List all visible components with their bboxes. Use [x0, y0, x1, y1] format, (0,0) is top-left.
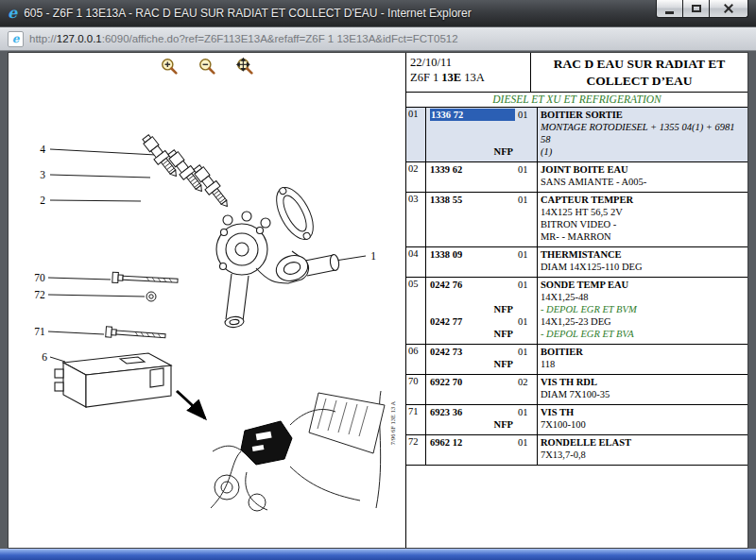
part-row[interactable]: 041338 0901THERMISTANCEDIAM 14X125-110 D…: [406, 247, 747, 278]
part-desc: VIS TH RDL: [537, 376, 747, 388]
part-desc: 14X1,25-48: [537, 291, 747, 303]
part-qty: [518, 358, 537, 370]
parts-header: 22/10/11 Z6F 1 13E 13A RAC D EAU SUR RAD…: [406, 53, 747, 93]
water-outlet-housing: [216, 212, 340, 329]
part-qty: 01: [518, 109, 537, 121]
part-row-index: 05: [406, 278, 426, 344]
bolt-70: [112, 272, 178, 286]
part-desc: 7X100-100: [537, 418, 747, 431]
minimize-button[interactable]: [656, 0, 683, 18]
part-qty: 01: [518, 248, 537, 261]
callout-6: 6: [42, 351, 47, 363]
washer-72: [146, 292, 156, 301]
part-desc: 14X125 HT 56,5 2V: [537, 206, 747, 218]
part-number[interactable]: 1336 72: [430, 109, 515, 121]
part-number[interactable]: 6923 36: [430, 406, 462, 418]
part-number[interactable]: 6962 12: [430, 436, 462, 449]
part-qty: 01: [518, 194, 537, 206]
part-row-index: 71: [406, 405, 426, 434]
taskbar-strip[interactable]: [0, 549, 756, 560]
url-path: :6090/affiche.do?ref=Z6F113E13A&refaff=Z…: [102, 33, 458, 44]
part-desc: BOITIER: [537, 346, 747, 358]
part-desc: SANS AMIANTE - A005-: [537, 176, 747, 188]
part-number[interactable]: 1339 62: [430, 163, 462, 176]
ie-icon: e: [8, 6, 17, 21]
zoom-toolbar: [9, 56, 405, 78]
part-desc: 7X13,7-0,8: [537, 449, 747, 461]
part-number[interactable]: 6922 70: [430, 376, 462, 388]
part-desc: 118: [537, 358, 747, 370]
part-qty: 01: [518, 315, 537, 328]
engine-bay-inset: [211, 391, 385, 511]
part-row[interactable]: 050242 7601SONDE TEMP EAU14X1,25-48NFP- …: [406, 278, 747, 345]
maximize-button[interactable]: [682, 0, 710, 18]
part-row[interactable]: 011336 7201BOITIER SORTIEMONTAGE ROTODIE…: [406, 108, 747, 162]
minimize-icon: [665, 11, 674, 14]
callout-2: 2: [40, 195, 45, 206]
part-number[interactable]: 1338 09: [430, 248, 462, 261]
callout-1: 1: [370, 250, 376, 262]
part-desc: 14X1,25-23 DEG: [537, 315, 747, 328]
part-row-index: 03: [406, 193, 426, 246]
part-number[interactable]: 0242 73: [430, 346, 462, 358]
zoom-in-button[interactable]: [158, 56, 180, 78]
page-title-line1: RAC D EAU SUR RADIAT ET: [535, 56, 744, 73]
zoom-out-button[interactable]: [196, 56, 218, 78]
part-row[interactable]: 726962 1201RONDELLE ELAST7X13,7-0,8: [406, 435, 747, 466]
part-row[interactable]: 031338 5501CAPTEUR TEMPER14X125 HT 56,5 …: [406, 193, 747, 247]
zoom-out-icon: [198, 57, 216, 76]
exploded-parts-diagram[interactable]: 4 3 2 1 70 72 71 6: [9, 81, 406, 547]
part-qty: 01: [518, 163, 537, 176]
part-desc: BITRON VIDEO -: [537, 218, 747, 230]
part-qty: [518, 449, 537, 461]
nfp-flag: NFP: [494, 418, 518, 431]
part-qty: [518, 291, 537, 303]
part-number[interactable]: 0242 77: [430, 315, 462, 328]
part-qty: [518, 176, 537, 188]
part-desc: MONTAGE ROTODIESEL + 1355 04(1) + 6981 5…: [537, 121, 747, 145]
part-qty: [518, 418, 537, 431]
part-row[interactable]: 060242 7301BOITIERNFP118: [406, 345, 747, 375]
zoom-pan-button[interactable]: [233, 56, 256, 78]
titlebar: e 605 - Z6F 1 13E13A - RAC D EAU SUR RAD…: [0, 0, 756, 26]
header-left: 22/10/11 Z6F 1 13E 13A: [406, 53, 531, 92]
part-row-index: 06: [406, 345, 426, 374]
parts-table: 011336 7201BOITIER SORTIEMONTAGE ROTODIE…: [406, 108, 747, 466]
callout-70: 70: [34, 272, 45, 283]
part-desc: - DEPOL EGR ET BVA: [537, 328, 747, 340]
nfp-flag: NFP: [494, 328, 518, 340]
part-desc: DIAM 14X125-110 DEG: [537, 261, 747, 273]
nfp-flag: NFP: [494, 303, 518, 315]
url-scheme: http://: [29, 33, 57, 44]
part-qty: 02: [518, 376, 537, 388]
diagram-panel: 4 3 2 1 70 72 71 6: [9, 53, 406, 548]
callout-3: 3: [40, 169, 45, 180]
page-icon: e: [8, 31, 24, 47]
plate-reference-label: 7/96 6F 13E 13 A: [389, 401, 396, 446]
part-qty: [518, 261, 537, 273]
part-row[interactable]: 716923 3601VIS THNFP7X100-100: [406, 405, 747, 435]
part-desc: THERMISTANCE: [537, 248, 747, 261]
part-qty: 01: [518, 436, 537, 449]
url-field[interactable]: http://127.0.0.1:6090/affiche.do?ref=Z6F…: [29, 33, 458, 44]
part-qty: [518, 121, 537, 145]
part-row-index: 01: [406, 108, 426, 161]
part-qty: [518, 206, 537, 218]
part-number[interactable]: 1338 55: [430, 194, 462, 206]
part-qty: 01: [518, 406, 537, 418]
part-row-index: 02: [406, 162, 426, 192]
nfp-flag: NFP: [494, 145, 518, 158]
window-title: 605 - Z6F 1 13E13A - RAC D EAU SUR RADIA…: [24, 7, 472, 20]
part-row[interactable]: 021339 6201JOINT BOITE EAUSANS AMIANTE -…: [406, 162, 747, 193]
part-desc: CAPTEUR TEMPER: [537, 194, 747, 206]
close-button[interactable]: [709, 0, 748, 18]
temp-sensors: [140, 133, 232, 212]
plate-reference: Z6F 1 13E 13A: [410, 70, 528, 85]
url-host: 127.0.0.1: [57, 33, 102, 44]
part-row[interactable]: 706922 7002VIS TH RDLDIAM 7X100-35: [406, 375, 747, 405]
gasket: [268, 181, 320, 246]
page-title-line2: COLLECT D’EAU: [535, 73, 744, 90]
bolt-71: [106, 327, 166, 341]
close-icon: [723, 4, 734, 13]
part-number[interactable]: 0242 76: [430, 279, 462, 291]
